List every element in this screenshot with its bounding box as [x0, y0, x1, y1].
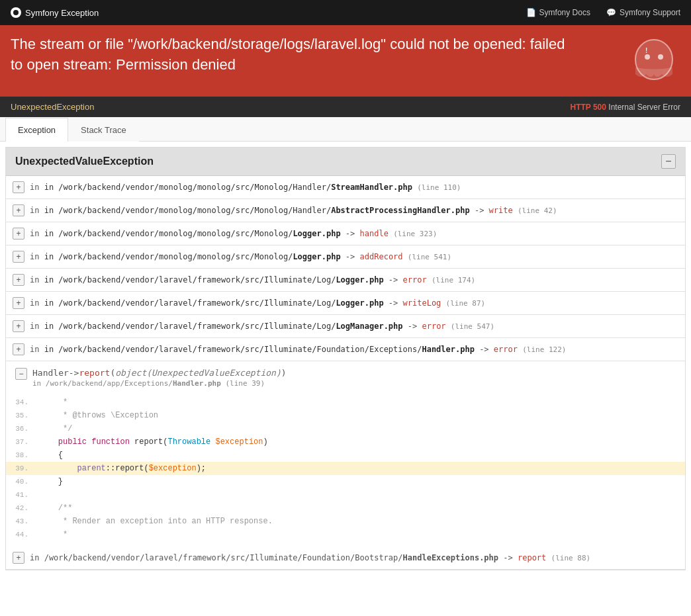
frame-toggle[interactable]: +	[13, 228, 24, 240]
line-number: 40.	[6, 475, 39, 488]
exception-type: UnexpectedException	[11, 102, 94, 112]
frame-collapsed[interactable]: + in in /work/backend/vendor/laravel/fra…	[6, 315, 685, 337]
tab-exception[interactable]: Exception	[5, 118, 68, 142]
last-frame-path: in /work/backend/vendor/laravel/framewor…	[30, 553, 590, 562]
sub-header: UnexpectedException HTTP 500 Internal Se…	[0, 97, 691, 117]
frame-path: in in /work/backend/vendor/monolog/monol…	[30, 229, 437, 238]
svg-point-2	[645, 54, 650, 60]
code-line: 38. {	[6, 449, 685, 462]
line-number: 35.	[6, 409, 39, 422]
expanded-frame-header: − Handler->report(object(UnexpectedValue…	[6, 361, 685, 390]
expanded-frame-title: Handler->report(object(UnexpectedValueEx…	[32, 368, 287, 378]
arg-type: object(UnexpectedValueException)	[115, 368, 281, 378]
stack-frame: + in in /work/backend/vendor/monolog/mon…	[6, 199, 685, 222]
support-icon: 💬	[606, 8, 616, 17]
line-code: public function report(Throwable $except…	[39, 435, 685, 449]
exception-section: UnexpectedValueException − + in in /work…	[5, 147, 686, 570]
code-line: 37. public function report(Throwable $ex…	[6, 435, 685, 449]
frame-collapsed[interactable]: + in in /work/backend/vendor/laravel/fra…	[6, 292, 685, 314]
status-text: Internal Server Error	[608, 103, 680, 112]
expanded-frame: − Handler->report(object(UnexpectedValue…	[6, 361, 685, 547]
frame-toggle[interactable]: +	[13, 204, 24, 216]
frame-path: in in /work/backend/vendor/laravel/frame…	[30, 345, 566, 354]
line-code: * @throws \Exception	[39, 409, 685, 422]
code-line: 36. */	[6, 422, 685, 435]
expanded-frame-file: in /work/backend/app/Exceptions/Handler.…	[32, 379, 287, 388]
frame-path: in in /work/backend/vendor/laravel/frame…	[30, 322, 494, 331]
line-code	[39, 488, 685, 502]
stack-frame: + in in /work/backend/vendor/laravel/fra…	[6, 292, 685, 315]
code-block: 34. * 35. * @throws \Exception 36. */ 37…	[6, 390, 685, 547]
frame-path: in in /work/backend/vendor/laravel/frame…	[30, 298, 485, 308]
line-number: 38.	[6, 449, 39, 462]
line-number: 42.	[6, 502, 39, 515]
svg-point-3	[658, 54, 663, 60]
frame-path: in in /work/backend/vendor/monolog/monol…	[30, 206, 557, 215]
code-line: 43. * Render an exception into an HTTP r…	[6, 515, 685, 528]
expanded-method: report	[79, 368, 110, 378]
frame-collapsed[interactable]: + in in /work/backend/vendor/monolog/mon…	[6, 245, 685, 268]
brand-section: Symfony Exception	[11, 7, 99, 18]
error-message: The stream or file "/work/backend/storag…	[11, 34, 567, 75]
line-code: /**	[39, 502, 685, 515]
line-number: 36.	[6, 422, 39, 435]
frame-path: in in /work/backend/vendor/monolog/monol…	[30, 252, 451, 261]
frame-toggle[interactable]: +	[13, 251, 24, 263]
line-number: 34.	[6, 396, 39, 409]
svg-text:!: !	[645, 47, 647, 54]
code-line: 42. /**	[6, 502, 685, 515]
line-code: * Render an exception into an HTTP respo…	[39, 515, 685, 528]
code-line: 39. parent::report($exception);	[6, 462, 685, 475]
line-code: *	[39, 528, 685, 541]
frame-toggle[interactable]: +	[13, 320, 24, 332]
stack-frame: + in in /work/backend/vendor/monolog/mon…	[6, 222, 685, 245]
stack-frame: + in in /work/backend/vendor/monolog/mon…	[6, 176, 685, 199]
support-link[interactable]: 💬 Symfony Support	[606, 8, 680, 17]
line-code: }	[39, 475, 685, 488]
stack-frame: + in in /work/backend/vendor/monolog/mon…	[6, 245, 685, 269]
line-number: 44.	[6, 528, 39, 541]
tab-bar: Exception Stack Trace	[0, 117, 691, 142]
frame-collapsed[interactable]: + in in /work/backend/vendor/laravel/fra…	[6, 338, 685, 361]
line-number: 41.	[6, 488, 39, 502]
stack-frame: + in in /work/backend/vendor/laravel/fra…	[6, 338, 685, 361]
docs-link[interactable]: 📄 Symfony Docs	[526, 8, 590, 17]
frame-path: in in /work/backend/vendor/laravel/frame…	[30, 275, 475, 285]
line-code: parent::report($exception);	[39, 462, 685, 475]
nav-links: 📄 Symfony Docs 💬 Symfony Support	[526, 8, 680, 17]
symfony-logo	[11, 7, 21, 18]
frame-toggle[interactable]: +	[13, 297, 24, 309]
book-icon: 📄	[526, 8, 536, 17]
last-frame[interactable]: + in /work/backend/vendor/laravel/framew…	[6, 547, 685, 570]
line-code: {	[39, 449, 685, 462]
line-number: 39.	[6, 462, 39, 475]
frame-toggle[interactable]: +	[13, 181, 24, 193]
frame-collapsed[interactable]: + in in /work/backend/vendor/laravel/fra…	[6, 269, 685, 291]
code-line: 44. *	[6, 528, 685, 541]
stack-frame: + in in /work/backend/vendor/laravel/fra…	[6, 269, 685, 292]
exception-ghost: !	[627, 34, 680, 87]
status-code: HTTP 500	[570, 103, 606, 112]
collapse-button[interactable]: −	[661, 154, 676, 169]
tab-stack-trace[interactable]: Stack Trace	[68, 118, 139, 142]
code-line: 35. * @throws \Exception	[6, 409, 685, 422]
frame-toggle-expanded[interactable]: −	[15, 368, 27, 380]
frame-collapsed[interactable]: + in in /work/backend/vendor/monolog/mon…	[6, 199, 685, 222]
frame-toggle[interactable]: +	[13, 274, 24, 286]
stack-frame: + in in /work/backend/vendor/laravel/fra…	[6, 315, 685, 338]
line-code: *	[39, 396, 685, 409]
line-number: 43.	[6, 515, 39, 528]
last-frame-toggle[interactable]: +	[13, 552, 24, 564]
code-line: 34. *	[6, 396, 685, 409]
frame-collapsed[interactable]: + in in /work/backend/vendor/monolog/mon…	[6, 222, 685, 245]
code-line: 41.	[6, 488, 685, 502]
line-code: */	[39, 422, 685, 435]
frame-collapsed[interactable]: + in in /work/backend/vendor/monolog/mon…	[6, 176, 685, 198]
brand-label: Symfony Exception	[25, 8, 99, 18]
frame-toggle[interactable]: +	[13, 343, 24, 355]
expanded-class-name: Handler	[32, 368, 69, 378]
svg-point-0	[13, 10, 19, 15]
exception-class: UnexpectedValueException	[15, 155, 154, 167]
expanded-arrow: ->	[69, 368, 79, 378]
line-number: 37.	[6, 435, 39, 449]
